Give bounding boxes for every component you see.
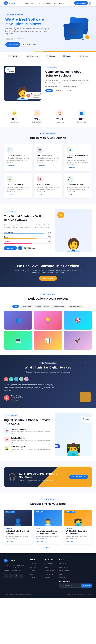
footer-about-1[interactable]: About Us (30, 563, 36, 564)
footer-about-5[interactable]: Contact (30, 577, 35, 578)
stat-icon-4: 👥 (79, 110, 85, 116)
blog-category-2: Digital (36, 528, 60, 529)
blog-date-1: 05 May 2023 (5, 511, 15, 513)
portfolio-item-6: 🚀 (64, 331, 92, 350)
services-header: Our Flexibility Service Our Best Service… (4, 132, 92, 140)
skills-person: 🧑‍💼 ⭐ (55, 209, 92, 252)
blog-read-more-1[interactable]: Read More (6, 541, 30, 542)
testimonials-section: Our Testimonials Say What Clients Say Di… (0, 355, 96, 408)
stat-business-rating: ⭐ 322K Business Rating (32, 110, 42, 123)
watch-videos-button[interactable]: Watch Videos (39, 276, 57, 281)
get-quote-button[interactable]: Get A Quote (74, 1, 88, 5)
service-link-6[interactable]: Learn More (67, 194, 89, 196)
quote-marks: " (85, 360, 88, 370)
service-link-4[interactable]: Learn More (7, 194, 29, 196)
service-icon-4: 🔒 (7, 176, 12, 182)
author-info: David Willey — Digital Marketing ★★★★★ (11, 395, 23, 401)
service-link-1[interactable]: Learn More (7, 165, 29, 166)
video-cta-title: We Can Save Software This For Video (4, 264, 92, 268)
stat-label-4: Team Member (77, 121, 86, 123)
linkedin-icon[interactable]: li (19, 574, 23, 578)
portfolio-tab-branding[interactable]: Branding Design (34, 305, 51, 308)
footer-service-5[interactable]: Consulting (59, 577, 66, 578)
footer-about-4[interactable]: Blog (30, 573, 32, 575)
blog-grid: 05 May 2023 👤 Marketing Unboxing Profit:… (4, 510, 92, 544)
nav-about[interactable]: About (31, 2, 36, 4)
hero-yellow-dot (85, 35, 89, 39)
contact-with-us-button[interactable]: Contact With Us (69, 474, 88, 479)
tab-about[interactable]: About (45, 90, 53, 92)
hero-image-2: 💼 (63, 22, 83, 40)
footer-service-3[interactable]: Digital Marketing (59, 570, 70, 572)
facebook-icon[interactable]: f (4, 574, 8, 578)
start-now-button[interactable]: Start Now (4, 246, 17, 250)
hero-section: Software & IT Solutions We Are Best Soft… (0, 6, 96, 51)
blog-dot-2[interactable] (47, 547, 49, 548)
portfolio-tab-website[interactable]: Website Design (67, 305, 84, 308)
newsletter-email-input[interactable] (59, 584, 81, 588)
newsletter-form: Our Newsletter Subscribe (59, 580, 92, 588)
service-biz-marketing: 📢 Business Marketing Software being able… (34, 173, 62, 198)
footer-service-1[interactable]: Web Design (59, 563, 67, 564)
service-link-3[interactable]: Learn More (67, 167, 89, 168)
brand-logo[interactable]: M Morst (4, 1, 15, 5)
footer-terms[interactable]: Terms of Use (78, 594, 86, 595)
hero-description: Software being able to save our video co… (5, 28, 52, 35)
footer-quick-3[interactable]: Privacy Policy (45, 570, 54, 572)
tab-support[interactable]: Support (64, 90, 73, 92)
services-tag: Our Flexibility Service (39, 132, 57, 135)
service-desc-2: Software being able to save our video co… (37, 157, 59, 164)
skills-image: 🧑‍💼 ⭐ (55, 209, 92, 252)
service-icon-1: 📄 (7, 147, 12, 153)
choose-image: 👨‍💻 {"code"} Development CSS (55, 413, 92, 456)
nav-contact[interactable]: Contact (59, 2, 65, 4)
skills-yellow-circle: ⭐ (57, 212, 64, 218)
service-link-5[interactable]: Learn More (37, 194, 59, 196)
footer-about-2[interactable]: Our Team (30, 566, 36, 568)
footer-quick-5[interactable]: Support (45, 577, 50, 578)
blog-dot-1[interactable] (46, 547, 47, 548)
nav-blog[interactable]: Blog (53, 2, 57, 4)
blog-dot-3[interactable] (49, 547, 50, 548)
tab-mission[interactable]: Mission (54, 90, 63, 92)
blog-pagination (4, 547, 92, 548)
portfolio-tab-development[interactable]: Development (52, 305, 66, 308)
nav-service[interactable]: Service (38, 2, 44, 4)
blog-read-more-3[interactable]: Read More (66, 541, 90, 542)
contact-now-button[interactable]: Contact Now (5, 42, 20, 47)
nav-pages[interactable]: Pages (46, 2, 51, 4)
footer-about-3[interactable]: Careers (30, 570, 35, 572)
service-link-2[interactable]: Learn More (37, 165, 59, 166)
service-desc-1: Software being able to save our video co… (7, 157, 29, 164)
choose-item-1: 📌 Branding Support Software being able t… (4, 428, 51, 435)
testimonial-body: A B C D E We are engaged to work with so… (4, 377, 68, 401)
instagram-icon[interactable]: in (14, 574, 18, 578)
choose-icon-1: 📌 (4, 428, 9, 434)
footer-privacy[interactable]: Privacy Policy (68, 594, 76, 595)
watch-video-button[interactable]: ▶ Watch Video (22, 43, 35, 46)
choose-item-3: 🔔 Get Latest Update Software being able … (4, 446, 51, 452)
blog-read-more-2[interactable]: Read More (36, 541, 60, 542)
twitter-icon[interactable]: t (9, 574, 13, 578)
footer-logo[interactable]: M Morst (4, 559, 26, 562)
cta-content: Let's Try! Get Free Support Solution? So… (19, 472, 69, 482)
testimonials-tag: Our Testimonials Say (39, 362, 57, 364)
cart-icon[interactable]: 🛒 (89, 2, 92, 5)
footer-quick-links: Documentation FAQs Privacy Policy Terms … (45, 562, 55, 579)
stat-number-3: 79K+ (55, 118, 64, 121)
portfolio-tab-all[interactable]: All (12, 305, 19, 308)
footer-quick-2[interactable]: FAQs (45, 566, 48, 568)
service-title-4: Digital This Agency (7, 184, 29, 186)
footer-quick-1[interactable]: Documentation (45, 563, 54, 564)
choose-icon-3: 🔔 (4, 446, 9, 451)
blog-title-3: We Should be Descriptive This Business (66, 530, 90, 535)
footer-service-2[interactable]: Development (59, 566, 68, 568)
footer-support[interactable]: Support (87, 594, 92, 595)
stat-icon-1: 😊 (11, 110, 17, 116)
nav-home[interactable]: Home (24, 2, 29, 4)
footer-quick-4[interactable]: Terms of Use (45, 573, 53, 575)
footer-service-4[interactable]: SEO (59, 573, 62, 575)
newsletter-subscribe-button[interactable]: Subscribe (81, 584, 92, 588)
portfolio-tab-dev[interactable]: Dev Design (20, 305, 33, 308)
footer-logo-icon: M (4, 559, 8, 562)
